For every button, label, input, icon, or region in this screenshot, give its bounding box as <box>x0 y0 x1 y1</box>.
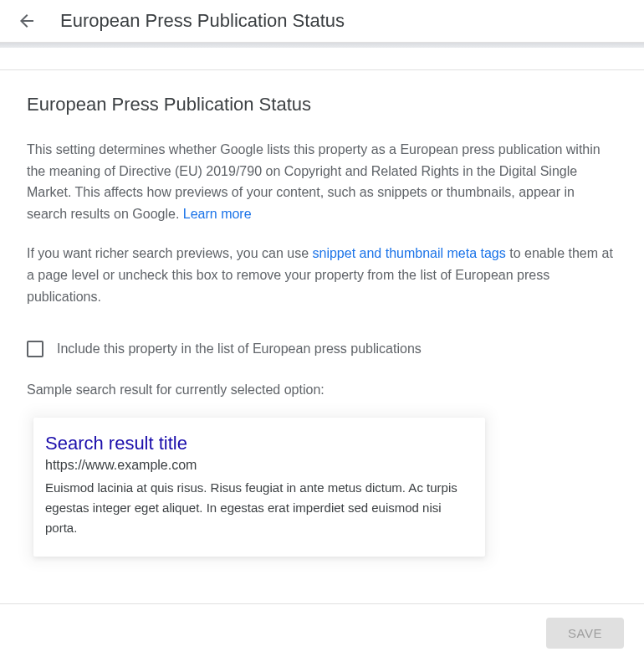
snippet-meta-tags-link[interactable]: snippet and thumbnail meta tags <box>313 246 506 260</box>
checkbox-row: Include this property in the list of Eur… <box>27 341 617 357</box>
save-button[interactable]: SAVE <box>546 618 624 649</box>
description-text-1: This setting determines whether Google l… <box>27 142 601 221</box>
description-paragraph-1: This setting determines whether Google l… <box>27 139 617 224</box>
description-paragraph-2: If you want richer search previews, you … <box>27 243 617 307</box>
sample-label: Sample search result for currently selec… <box>27 382 617 398</box>
panel-title: European Press Publication Status <box>27 94 617 115</box>
sample-result-url: https://www.example.com <box>45 458 468 473</box>
sample-result-snippet: Euismod lacinia at quis risus. Risus feu… <box>45 478 468 538</box>
description-text-2a: If you want richer search previews, you … <box>27 246 313 260</box>
sample-result-title: Search result title <box>45 433 468 454</box>
footer-bar: SAVE <box>0 603 644 662</box>
back-arrow-icon[interactable] <box>17 11 37 31</box>
sample-search-result-card: Search result title https://www.example.… <box>33 418 485 557</box>
checkbox-label[interactable]: Include this property in the list of Eur… <box>57 341 422 357</box>
main-panel: European Press Publication Status This s… <box>0 69 644 583</box>
spacer <box>0 48 644 69</box>
page-title: European Press Publication Status <box>60 10 345 32</box>
learn-more-link[interactable]: Learn more <box>183 207 252 221</box>
include-property-checkbox[interactable] <box>27 341 43 357</box>
header-bar: European Press Publication Status <box>0 0 644 43</box>
sample-card-wrapper: Search result title https://www.example.… <box>27 411 492 563</box>
